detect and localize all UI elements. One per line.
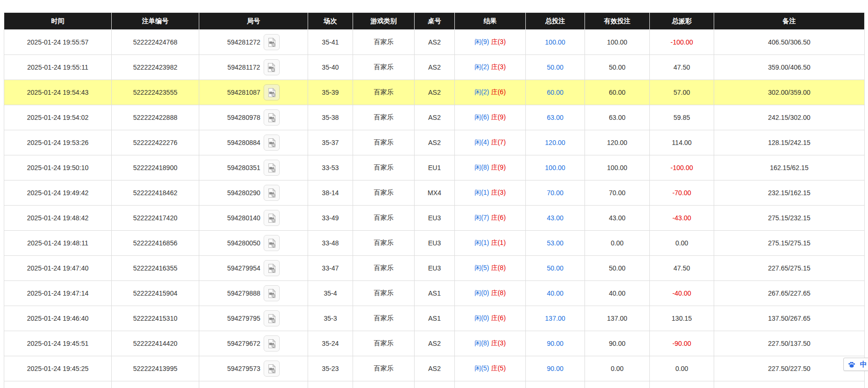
cell-payout: -100.00 [650, 30, 714, 55]
table-row: 2025-01-24 19:48:11522222416856594280050… [4, 231, 865, 256]
total-bet-link[interactable]: 137.00 [545, 315, 566, 322]
video-replay-button[interactable] [264, 310, 280, 326]
cell-session: 35-41 [308, 30, 353, 55]
payout-value: -43.00 [673, 214, 691, 222]
cell-bet_id: 522222423982 [112, 55, 199, 80]
video-replay-icon [267, 37, 277, 47]
video-replay-button[interactable] [264, 335, 280, 352]
result-banker: 庄(3) [491, 63, 505, 71]
cell-payout: 0.00 [650, 231, 714, 256]
total-bet-link[interactable]: 120.00 [545, 139, 566, 146]
video-replay-button[interactable] [264, 235, 280, 251]
total-bet-link[interactable]: 70.00 [547, 189, 563, 197]
total-bet-link[interactable]: 100.00 [545, 164, 566, 171]
translate-chinese-label[interactable]: 中 [860, 360, 867, 369]
cell-time: 2025-01-24 19:48:42 [4, 206, 112, 231]
result-banker: 庄(9) [491, 163, 505, 171]
total-bet-link[interactable]: 100.00 [545, 38, 566, 46]
video-replay-button[interactable] [264, 361, 280, 377]
cell-result: 闲(0) 庄(8) [455, 281, 526, 306]
total-bet-link[interactable]: 53.00 [547, 239, 563, 247]
cell-remark: 275.15/232.15 [714, 206, 865, 231]
cell-round: 594280140 [199, 206, 308, 231]
cell-time: 2025-01-24 19:55:57 [4, 30, 112, 55]
result-player: 闲(9) [474, 38, 489, 45]
cell-remark: 242.15/302.00 [714, 105, 865, 130]
total-bet-link[interactable]: 50.00 [547, 264, 563, 272]
payout-value: 130.15 [672, 315, 692, 322]
table-row: 2025-01-24 19:49:42522222418462594280290… [4, 180, 865, 206]
column-header-result: 结果 [455, 13, 526, 30]
video-replay-button[interactable] [264, 160, 280, 176]
total-bet-link[interactable]: 63.00 [547, 114, 563, 121]
column-header-game: 游戏类别 [353, 13, 415, 30]
video-replay-button[interactable] [264, 135, 280, 151]
video-replay-button[interactable] [264, 210, 280, 226]
cell-total_bet: 63.00 [526, 105, 585, 130]
total-bet-link[interactable]: 40.00 [547, 289, 563, 297]
video-replay-button[interactable] [264, 34, 280, 50]
cell-session: 33-49 [308, 206, 353, 231]
table-row: 2025-01-24 19:55:57522222424768594281272… [4, 30, 865, 55]
total-bet-link[interactable]: 90.00 [547, 340, 563, 347]
round-number: 594279573 [227, 365, 260, 372]
total-bet-link[interactable]: 43.00 [547, 214, 563, 222]
cell-total_bet: 90.00 [526, 331, 585, 356]
cell-result: 闲(6) 庄(9) [455, 105, 526, 130]
table-row: 2025-01-24 19:46:40522222415310594279795… [4, 306, 865, 331]
cell-table_no: AS1 [415, 306, 455, 331]
cell-table_no: AS2 [415, 130, 455, 155]
cell-remark: 302.00/359.00 [714, 80, 865, 105]
video-replay-button[interactable] [264, 59, 280, 75]
video-replay-button[interactable] [264, 285, 280, 301]
cell-result: 闲(2) 庄(6) [455, 80, 526, 105]
result-banker: 庄(6) [491, 88, 505, 96]
cell-round: 594279888 [199, 281, 308, 306]
video-replay-icon [267, 238, 277, 248]
cell-round: 594280884 [199, 130, 308, 155]
payout-value: -70.00 [673, 189, 691, 197]
video-replay-button[interactable] [264, 109, 280, 126]
cell-session: 35-4 [308, 281, 353, 306]
result-player: 闲(7) [474, 214, 489, 221]
cell-round: 594280050 [199, 231, 308, 256]
cell-valid_bet: 100.00 [585, 30, 650, 55]
cell-valid_bet: 60.00 [585, 80, 650, 105]
cell-time: 2025-01-24 19:50:10 [4, 155, 112, 180]
cell-result: 闲(1) 庄(1) [455, 231, 526, 256]
table-header-row: 时间注单编号局号场次游戏类别桌号结果总投注有效投注总派彩备注 [4, 13, 865, 30]
video-replay-button[interactable] [264, 84, 280, 100]
video-replay-icon [267, 263, 277, 273]
cell-valid_bet: 70.00 [585, 180, 650, 206]
cell-table_no: AS2 [415, 105, 455, 130]
cell-result: 闲(1) 庄(3) [455, 180, 526, 206]
payout-value: 0.00 [675, 239, 688, 247]
cell-remark: 275.15/275.15 [714, 231, 865, 256]
cell-total_bet: 137.00 [526, 306, 585, 331]
cell-bet_id: 522222414420 [112, 331, 199, 356]
cell-time: 2025-01-24 19:45:51 [4, 331, 112, 356]
total-bet-link[interactable]: 90.00 [547, 365, 563, 372]
cell-table_no: MX4 [415, 180, 455, 206]
cell-time: 2025-01-24 19:49:42 [4, 180, 112, 206]
cell-bet_id: 522222418462 [112, 180, 199, 206]
video-replay-icon [267, 314, 277, 324]
cell-time: 2025-01-24 19:53:26 [4, 130, 112, 155]
cell-game: 百家乐 [353, 155, 415, 180]
cell-payout: 47.50 [650, 256, 714, 281]
cell-remark: 406.50/306.50 [714, 30, 865, 55]
total-bet-link[interactable]: 60.00 [547, 89, 563, 96]
result-banker: 庄(6) [491, 314, 505, 322]
video-replay-button[interactable] [264, 260, 280, 276]
payout-value: -100.00 [671, 164, 693, 171]
result-player: 闲(1) [474, 239, 489, 246]
cell-table_no: AS2 [415, 55, 455, 80]
total-bet-link[interactable]: 50.00 [547, 63, 563, 71]
result-banker: 庄(7) [491, 138, 505, 146]
cell-remark: 162.15/62.15 [714, 155, 865, 180]
cell-bet_id: 522222423555 [112, 80, 199, 105]
cell-round: 594281172 [199, 55, 308, 80]
translate-widget[interactable]: 中 [843, 358, 868, 371]
result-banker: 庄(1) [491, 239, 505, 246]
video-replay-button[interactable] [264, 185, 280, 201]
